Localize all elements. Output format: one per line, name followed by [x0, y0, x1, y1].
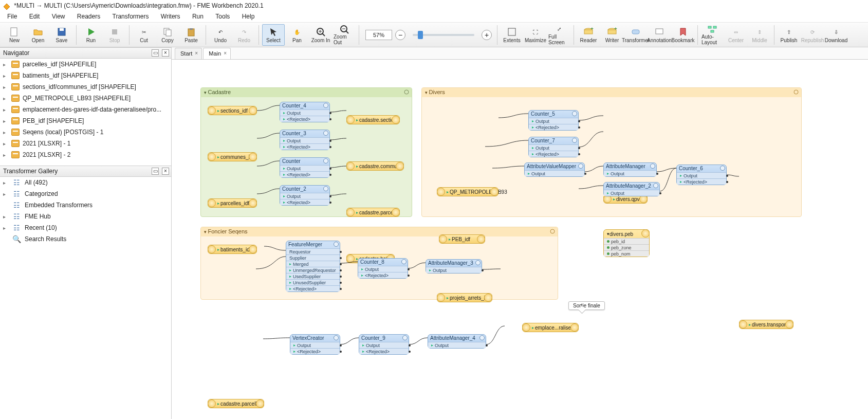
undo-button[interactable]: ↶Undo [209, 24, 232, 46]
gear-icon[interactable] [323, 186, 328, 191]
navigator-item[interactable]: ▸sections_idf/communes_idf [SHAPEFILE] [0, 81, 171, 93]
menu-file[interactable]: File [2, 11, 22, 22]
gear-icon[interactable] [334, 242, 339, 247]
navigator-item[interactable]: ▸parcelles_idf [SHAPEFILE] [0, 59, 171, 70]
download-button[interactable]: ⇩Download [825, 24, 847, 46]
transformer-counter8[interactable]: Counter_8▸Output▸<Rejected> [358, 258, 408, 279]
middle-button[interactable]: ⇕Middle [748, 24, 771, 46]
reader-projets-arrets[interactable]: ▸projets_arrets_idf [437, 293, 492, 302]
add-transformer-button[interactable]: Transformer [624, 24, 647, 46]
gallery-item[interactable]: ▸☷All (492) [0, 177, 171, 188]
transformer-avm[interactable]: AttributeValueMapper▸Output [524, 162, 585, 177]
undock-icon[interactable]: ▭ [152, 49, 159, 57]
menu-tools[interactable]: Tools [210, 11, 235, 22]
transformer-attribute-manager-2[interactable]: AttributeManager_2▸Output [603, 182, 660, 196]
menu-run[interactable]: Run [187, 11, 209, 22]
transformer-gallery[interactable]: ▸☷All (492) ▸☷Categorized ☷Embedded Tran… [0, 177, 171, 419]
gear-icon[interactable] [572, 111, 577, 116]
run-button[interactable]: Run [80, 24, 102, 46]
extents-button[interactable]: Extents [501, 24, 523, 46]
navigator-item[interactable]: ▸Seqens (local) [POSTGIS] - 1 [0, 126, 171, 138]
center-button[interactable]: ⇔Center [725, 24, 747, 46]
transformer-attribute-manager-3[interactable]: AttributeManager_3▸Output [426, 259, 482, 274]
gallery-item[interactable]: ▸☷Recent (10) [0, 222, 171, 233]
workflow-canvas[interactable]: ▾ Cadastre ▾ Divers ▾ Foncier Seqens Sor… [172, 60, 868, 419]
transformer-counter6[interactable]: Counter_6▸Output▸<Rejected> [676, 165, 727, 185]
cut-button[interactable]: ✂Cut [133, 24, 155, 46]
writer-cadastre-section[interactable]: ▸cadastre.section [346, 115, 400, 124]
add-writer-button[interactable]: +Writer [601, 24, 623, 46]
menu-edit[interactable]: Edit [24, 11, 45, 22]
stop-button[interactable]: Stop [103, 24, 126, 46]
tab-start[interactable]: Start× [175, 48, 202, 59]
gear-icon[interactable] [403, 89, 410, 95]
navigator-item[interactable]: ▸PEB_idf [SHAPEFILE] [0, 115, 171, 126]
reader-parcelles-idf[interactable]: ▸parcelles_idf [208, 198, 257, 208]
gear-icon[interactable] [323, 158, 328, 163]
publish-button[interactable]: ⇧Publish [778, 24, 800, 46]
zoom-minus-button[interactable]: − [395, 30, 405, 40]
zoom-in-button[interactable]: Zoom In [309, 24, 332, 46]
transformer-counter4[interactable]: Counter_4▸Output▸<Rejected> [280, 102, 330, 122]
tab-main[interactable]: Main× [203, 48, 231, 59]
add-bookmark-button[interactable]: Bookmark [672, 24, 694, 46]
gear-icon[interactable] [323, 131, 328, 136]
gear-icon[interactable] [549, 228, 556, 234]
pan-tool-button[interactable]: ✋Pan [286, 24, 308, 46]
gear-icon[interactable] [334, 335, 339, 340]
copy-button[interactable]: Copy [156, 24, 179, 46]
gear-icon[interactable] [401, 259, 407, 264]
gear-icon[interactable] [720, 166, 725, 171]
transformer-attribute-manager[interactable]: AttributeManager▸Output [603, 162, 657, 177]
close-tab-icon[interactable]: × [222, 50, 228, 57]
close-tab-icon[interactable]: × [193, 50, 199, 57]
gear-icon[interactable] [479, 335, 485, 340]
gallery-item[interactable]: 🔍Search Results [0, 233, 171, 245]
gallery-item[interactable]: ▸☷Categorized [0, 188, 171, 199]
reader-cadastre-parcelle[interactable]: ▸cadastre.parcelle [208, 399, 264, 408]
transformer-counter9[interactable]: Counter_9▸Output▸<Rejected> [359, 334, 409, 355]
gear-icon[interactable] [578, 163, 583, 169]
undock-icon[interactable]: ▭ [152, 168, 159, 175]
menu-transformers[interactable]: Transformers [107, 11, 154, 22]
transformer-attribute-manager-4[interactable]: AttributeManager_4▸Output [428, 334, 486, 349]
zoom-plus-button[interactable]: + [482, 30, 492, 40]
navigator-tree[interactable]: ▸parcelles_idf [SHAPEFILE] ▸batiments_id… [0, 59, 171, 166]
new-button[interactable]: New [3, 24, 26, 46]
navigator-item[interactable]: ▸2021 [XLSXR] - 1 [0, 138, 171, 149]
transformer-feature-merger[interactable]: FeatureMerger Requestor Supplier ▸Merged… [286, 241, 340, 292]
gallery-item[interactable]: ☷Embedded Transformers [0, 199, 171, 211]
gear-icon[interactable] [402, 335, 408, 340]
writer-cadastre-parcelle[interactable]: ▸cadastre.parcelle [346, 208, 400, 217]
transformer-counter5[interactable]: Counter_5▸Output▸<Rejected> [528, 110, 579, 131]
menu-help[interactable]: Help [237, 11, 260, 22]
transformer-counter7[interactable]: Counter_7▸Output▸<Rejected> [528, 137, 579, 157]
reader-sections-idf[interactable]: ▸sections_idf [208, 106, 257, 115]
reader-peb-idf[interactable]: ▸PEB_idf [439, 234, 485, 244]
menu-view[interactable]: View [47, 11, 70, 22]
transformer-counter[interactable]: Counter▸Output▸<Rejected> [280, 157, 330, 178]
maximize-button[interactable]: ⛶Maximize [524, 24, 547, 46]
gear-icon[interactable] [650, 163, 655, 169]
republish-button[interactable]: ⟳Republish [801, 24, 824, 46]
gear-icon[interactable] [793, 89, 799, 95]
zoom-percent-field[interactable]: 57% [365, 30, 392, 40]
writer-divers-transport[interactable]: ▸divers.transport [739, 320, 793, 329]
paste-button[interactable]: Paste [180, 24, 202, 46]
transformer-counter2[interactable]: Counter_2▸Output▸<Rejected> [280, 185, 330, 206]
auto-layout-button[interactable]: Auto-Layout [701, 24, 724, 46]
select-tool-button[interactable]: Select [262, 24, 285, 46]
zoom-out-button[interactable]: Zoom Out [333, 24, 356, 46]
gear-icon[interactable] [475, 260, 481, 265]
close-icon[interactable]: × [162, 168, 169, 175]
menu-readers[interactable]: Readers [72, 11, 105, 22]
add-annotation-button[interactable]: Annotation [648, 24, 671, 46]
writer-divers-peb[interactable]: ▾ divers.peb peb_id peb_zone peb_nom [603, 229, 650, 257]
navigator-item[interactable]: ▸QP_METROPOLE_LB93 [SHAPEFILE] [0, 93, 171, 104]
zoom-slider[interactable] [413, 34, 474, 36]
navigator-item[interactable]: ▸2021 [XLSXR] - 2 [0, 149, 171, 160]
reader-qp-metropole[interactable]: ▸QP_METROPOLE_LB93 [437, 187, 498, 196]
gear-icon[interactable] [653, 183, 658, 188]
reader-batiments-idf[interactable]: ▸batiments_idf [208, 245, 257, 254]
redo-button[interactable]: ↷Redo [233, 24, 255, 46]
